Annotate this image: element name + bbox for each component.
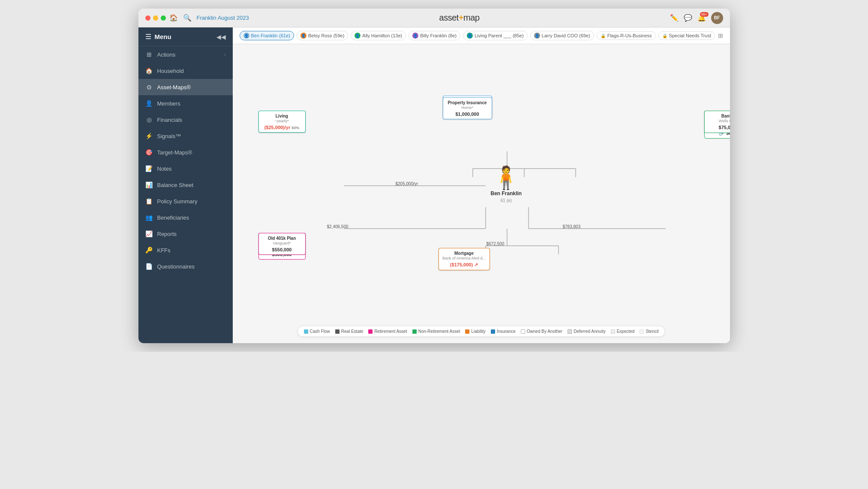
actions-arrow-icon: › bbox=[224, 52, 225, 57]
sidebar-item-label: Asset-Maps® bbox=[157, 84, 191, 91]
insurance-dot bbox=[491, 329, 495, 334]
sidebar-collapse-icon[interactable]: ◀◀ bbox=[216, 33, 226, 40]
pencil-icon[interactable]: ✏️ bbox=[670, 14, 679, 22]
investment-card-old-401k[interactable]: Old 401k Plan Vanguard* $550,000 bbox=[258, 233, 306, 255]
legend-owned-by-another: Owned By Another bbox=[521, 329, 562, 334]
member-name: Larry David COO (69e) bbox=[542, 33, 590, 38]
sidebar-item-notes[interactable]: 📝 Notes bbox=[138, 160, 233, 177]
titlebar-left: 🏠 🔍 Franklin August 2023 bbox=[169, 14, 249, 22]
legend-deferred-annuity: Deferred Annuity bbox=[568, 329, 606, 334]
sidebar-item-signals[interactable]: ⚡ Signals™ bbox=[138, 128, 233, 144]
owned-dot bbox=[521, 329, 525, 334]
member-name: Betsy Ross (59e) bbox=[308, 33, 344, 38]
person-figure: 🧍 bbox=[492, 166, 520, 189]
breadcrumb: Franklin August 2023 bbox=[197, 15, 249, 21]
member-chip-larry[interactable]: 👤 Larry David COO (69e) bbox=[530, 31, 594, 40]
retirement-label: Retirement Asset bbox=[375, 329, 407, 334]
members-bar: 👤 Ben Franklin (61e) 👤 Betsy Ross (59e) … bbox=[233, 27, 730, 44]
card-sub: ~yearly* bbox=[262, 119, 302, 124]
sidebar-item-target-maps[interactable]: 🎯 Target-Maps® bbox=[138, 144, 233, 160]
legend-stencil: Stencil bbox=[640, 329, 658, 334]
sidebar-item-actions[interactable]: ⊞ Actions › bbox=[138, 46, 233, 63]
sidebar-item-kffs[interactable]: 🔑 KFFs bbox=[138, 242, 233, 258]
insurance-card-property[interactable]: Property Insurance Home* $1,000,000 bbox=[443, 97, 492, 119]
line-label-right-total: $783,803 bbox=[563, 224, 581, 229]
sidebar-item-label: Household bbox=[157, 68, 184, 74]
stencil-dot bbox=[640, 329, 644, 334]
legend-insurance: Insurance bbox=[491, 329, 516, 334]
member-chip-betsy[interactable]: 👤 Betsy Ross (59e) bbox=[297, 31, 348, 40]
member-name: Ally Hamilton (13e) bbox=[362, 33, 402, 38]
line-label-left-total: $2,406,500 bbox=[327, 224, 348, 229]
close-button[interactable] bbox=[145, 15, 150, 21]
actions-icon: ⊞ bbox=[145, 51, 153, 58]
menu-icon: ☰ bbox=[145, 33, 151, 41]
expected-label: Expected bbox=[617, 329, 635, 334]
notification-bell[interactable]: 🔔 99+ bbox=[697, 14, 706, 22]
minimize-button[interactable] bbox=[153, 15, 158, 21]
member-name: Special Needs Trust bbox=[669, 33, 711, 38]
sidebar-item-household[interactable]: 🏠 Household bbox=[138, 63, 233, 79]
sidebar-item-label: Balance Sheet bbox=[157, 182, 194, 188]
member-chip-living[interactable]: 👤 Living Parent ___ (85e) bbox=[463, 31, 527, 40]
person-node-ben[interactable]: 🧍 Ben Franklin 61 (e) bbox=[491, 166, 522, 203]
card-sub: Bank of America-Med d... bbox=[442, 256, 486, 261]
sidebar-item-financials[interactable]: ◎ Financials bbox=[138, 112, 233, 128]
card-value: $550,000 bbox=[262, 247, 302, 252]
member-chip-flags[interactable]: 🔒 Flags-R-Us-Business bbox=[597, 31, 656, 40]
sidebar-header: ☰ Menu ◀◀ bbox=[138, 27, 233, 46]
legend-expected: Expected bbox=[611, 329, 635, 334]
member-avatar: 👤 bbox=[243, 33, 249, 39]
user-avatar[interactable]: BF bbox=[711, 12, 723, 24]
search-icon[interactable]: 🔍 bbox=[183, 14, 192, 22]
owned-label: Owned By Another bbox=[527, 329, 562, 334]
sidebar-item-balance-sheet[interactable]: 📊 Balance Sheet bbox=[138, 177, 233, 193]
card-value: ($175,000) ↗ bbox=[442, 262, 486, 268]
line-label-bottom-total: $672,500 bbox=[487, 241, 505, 246]
home-icon[interactable]: 🏠 bbox=[169, 14, 178, 22]
content-area: 👤 Ben Franklin (61e) 👤 Betsy Ross (59e) … bbox=[233, 27, 730, 343]
retirement-dot bbox=[369, 329, 373, 334]
grid-view-button[interactable]: ⊞ bbox=[718, 32, 723, 39]
sidebar-item-questionnaires[interactable]: 📄 Questionnaires bbox=[138, 258, 233, 275]
sidebar-item-members[interactable]: 👤 Members bbox=[138, 95, 233, 112]
line-label-income: $205,000/yr bbox=[396, 181, 418, 186]
sidebar-item-asset-maps[interactable]: ⊙ Asset-Maps® bbox=[138, 79, 233, 95]
realestate-dot bbox=[335, 329, 339, 334]
sidebar-item-beneficiaries[interactable]: 👥 Beneficiaries bbox=[138, 209, 233, 226]
card-sub: Wells Fargo* bbox=[708, 119, 730, 124]
sidebar-item-label: Financials bbox=[157, 117, 183, 123]
legend-cashflow: Cash Flow bbox=[304, 329, 330, 334]
property-card-mortgage[interactable]: Mortgage Bank of America-Med d... ($175,… bbox=[439, 248, 490, 270]
maximize-button[interactable] bbox=[161, 15, 166, 21]
card-title: Living bbox=[262, 113, 302, 119]
deferred-dot bbox=[568, 329, 572, 334]
member-chip-ally[interactable]: 👤 Ally Hamilton (13e) bbox=[351, 31, 406, 40]
sidebar-item-label: Signals™ bbox=[157, 133, 181, 139]
sidebar-item-label: Members bbox=[157, 100, 180, 107]
sidebar-item-policy-summary[interactable]: 📋 Policy Summary bbox=[138, 193, 233, 209]
cashflow-label: Cash Flow bbox=[310, 329, 330, 334]
traffic-lights bbox=[145, 15, 166, 21]
sidebar-item-label: Reports bbox=[157, 231, 177, 237]
app-logo: asset+map bbox=[439, 13, 480, 23]
sidebar-item-label: Target-Maps® bbox=[157, 149, 192, 156]
card-sub: Home* bbox=[447, 106, 488, 111]
card-value: $1,000,000 bbox=[447, 112, 488, 117]
member-chip-trust[interactable]: 🔒 Special Needs Trust bbox=[658, 31, 715, 40]
lock-icon: 🔒 bbox=[662, 33, 667, 38]
chat-icon[interactable]: 💬 bbox=[684, 14, 692, 22]
member-chip-billy[interactable]: 👤 Billy Franklin (8e) bbox=[408, 31, 460, 40]
member-chip-ben[interactable]: 👤 Ben Franklin (61e) bbox=[240, 31, 294, 40]
policy-summary-icon: 📋 bbox=[145, 197, 153, 205]
stencil-label: Stencil bbox=[646, 329, 658, 334]
sidebar-item-reports[interactable]: 📈 Reports bbox=[138, 226, 233, 242]
income-card-living[interactable]: Living ~yearly* ($25,000)/yr 50% bbox=[258, 111, 306, 133]
financials-icon: ◎ bbox=[145, 116, 153, 124]
questionnaires-icon: 📄 bbox=[145, 263, 153, 270]
titlebar-center: asset+map bbox=[252, 13, 667, 23]
expected-dot bbox=[611, 329, 615, 334]
sidebar: ☰ Menu ◀◀ ⊞ Actions › 🏠 Household ⊙ Asse… bbox=[138, 27, 233, 343]
main-layout: ☰ Menu ◀◀ ⊞ Actions › 🏠 Household ⊙ Asse… bbox=[138, 27, 730, 343]
asset-card-banking[interactable]: Banking Wells Fargo* $75,000 ↗ bbox=[704, 111, 730, 133]
